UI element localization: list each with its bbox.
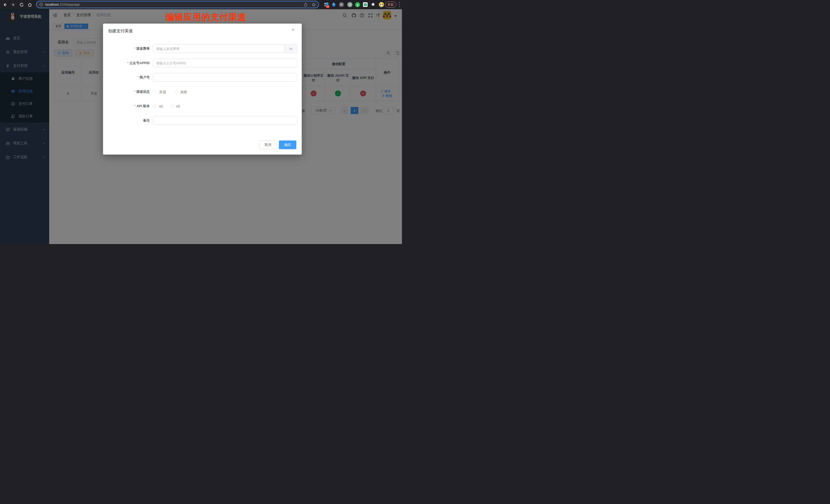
api-version-label: *API 版本 <box>103 104 150 108</box>
remark-input[interactable] <box>153 116 297 125</box>
browser-reload-button[interactable] <box>18 1 25 8</box>
remark-label: 备注 <box>103 118 150 123</box>
browser-back-button[interactable] <box>2 1 8 8</box>
required-asterisk: * <box>127 61 128 65</box>
browser-home-button[interactable] <box>26 1 33 8</box>
appid-input[interactable] <box>153 59 297 67</box>
extensions-puzzle-icon[interactable] <box>370 2 376 7</box>
rate-label: *渠道费率 <box>103 46 150 51</box>
browser-menu-icon[interactable] <box>399 2 400 7</box>
extension-y-icon[interactable]: y <box>355 2 360 7</box>
extension-axure-icon[interactable]: 10 <box>323 2 329 7</box>
browser-chrome: localhost:1024/pay/app 10 ⌘ y <box>0 0 402 9</box>
percent-suffix: % <box>284 44 297 53</box>
rate-input-group: % <box>153 44 297 53</box>
appid-label: *公众号APPID <box>103 61 150 65</box>
status-closed-radio[interactable] <box>175 90 179 94</box>
screen: localhost:1024/pay/app 10 ⌘ y <box>0 0 402 244</box>
extension-command-icon[interactable]: ⌘ <box>339 2 344 7</box>
required-asterisk: * <box>137 75 139 79</box>
url-path: :1024/pay/app <box>58 3 79 6</box>
extension-badge: 10 <box>326 5 329 8</box>
extension-recorder-icon[interactable] <box>347 2 353 7</box>
dialog-close-icon[interactable]: × <box>292 27 294 32</box>
dialog-title: 创建支付渠道 <box>108 28 133 34</box>
status-open-radio[interactable] <box>153 90 156 94</box>
url-text: localhost:1024/pay/app <box>45 3 80 6</box>
api-v3-label[interactable]: v3 <box>176 104 180 108</box>
url-host: localhost <box>45 3 58 6</box>
api-v2-radio[interactable] <box>153 104 156 108</box>
status-open-label[interactable]: 开启 <box>159 90 166 95</box>
merchant-input[interactable] <box>153 73 297 82</box>
profile-avatar-icon[interactable] <box>379 2 384 7</box>
create-pay-channel-dialog: 创建支付渠道 × *渠道费率 % *公众号APPID *商户号 *渠道状态 开启… <box>103 24 302 155</box>
extension-drop-icon[interactable] <box>331 2 337 7</box>
channel-status-label: *渠道状态 <box>103 90 150 94</box>
rate-input[interactable] <box>153 44 284 53</box>
required-asterisk: * <box>134 90 135 94</box>
browser-update-button[interactable]: 更新 <box>385 2 396 8</box>
api-v2-label[interactable]: v2 <box>159 104 163 108</box>
confirm-button[interactable]: 确定 <box>279 140 296 149</box>
required-asterisk: * <box>134 104 136 108</box>
site-info-icon[interactable] <box>39 3 43 6</box>
address-bar[interactable]: localhost:1024/pay/app <box>36 1 319 8</box>
bookmark-star-icon[interactable] <box>312 3 316 7</box>
browser-forward-button[interactable] <box>10 1 17 8</box>
api-v3-radio[interactable] <box>170 104 174 108</box>
annotation-text: 编辑应用的支付渠道 <box>161 11 251 23</box>
extension-chat-icon[interactable] <box>362 2 368 7</box>
merchant-label: *商户号 <box>103 75 150 80</box>
share-icon[interactable] <box>304 3 308 6</box>
required-asterisk: * <box>134 46 135 51</box>
status-closed-label[interactable]: 关闭 <box>180 90 187 95</box>
cancel-button[interactable]: 取消 <box>259 140 277 149</box>
